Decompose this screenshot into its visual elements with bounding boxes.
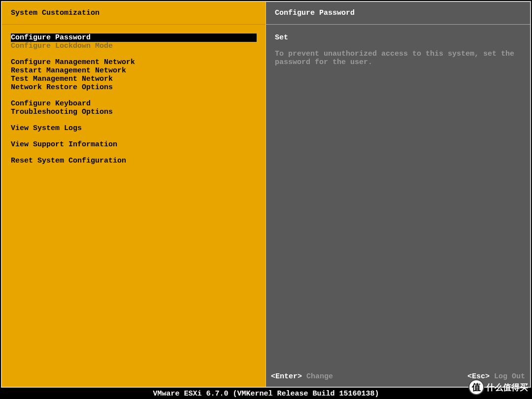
watermark-text: 什么值得买 [486,382,528,393]
watermark: 值 什么值得买 [468,379,528,395]
menu-group: Configure PasswordConfigure Lockdown Mod… [11,33,257,50]
menu-item-configure-keyboard[interactable]: Configure Keyboard [11,100,257,108]
bottom-status-bar: VMware ESXi 6.7.0 (VMKernel Release Buil… [0,389,532,399]
main-container: System Customization Configure PasswordC… [1,1,531,388]
menu-group: View System Logs [11,124,257,133]
menu-item-reset-system-configuration[interactable]: Reset System Configuration [11,157,257,165]
enter-key-label: <Enter> [271,372,302,381]
right-panel-title: Configure Password [266,2,530,25]
watermark-icon: 值 [468,379,484,395]
menu-item-configure-password[interactable]: Configure Password [11,33,257,42]
menu-item-restart-management-network[interactable]: Restart Management Network [11,66,257,75]
menu-item-network-restore-options[interactable]: Network Restore Options [11,83,257,92]
menu-item-test-management-network[interactable]: Test Management Network [11,75,257,83]
menu-item-configure-lockdown-mode: Configure Lockdown Mode [11,42,257,50]
menu-group: Configure KeyboardTroubleshooting Option… [11,100,257,116]
password-status: Set [275,33,521,42]
menu-group: View Support Information [11,140,257,149]
left-panel: System Customization Configure PasswordC… [2,2,266,387]
menu-group: Configure Management NetworkRestart Mana… [11,58,257,92]
enter-hint[interactable]: <Enter> Change [271,372,333,381]
menu-item-configure-management-network[interactable]: Configure Management Network [11,58,257,66]
menu-group: Reset System Configuration [11,157,257,165]
menu-item-view-system-logs[interactable]: View System Logs [11,124,257,133]
password-description: To prevent unauthorized access to this s… [275,50,521,66]
right-panel-body: Set To prevent unauthorized access to th… [266,25,530,368]
left-panel-title: System Customization [2,2,266,25]
menu-list: Configure PasswordConfigure Lockdown Mod… [2,25,266,387]
right-panel: Configure Password Set To prevent unauth… [266,2,530,387]
menu-item-troubleshooting-options[interactable]: Troubleshooting Options [11,108,257,116]
enter-action-label: Change [306,372,333,381]
menu-item-view-support-information[interactable]: View Support Information [11,140,257,149]
